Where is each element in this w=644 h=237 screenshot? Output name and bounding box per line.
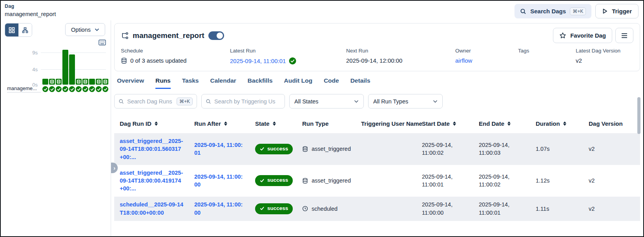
duration-value: 1.12s <box>536 177 549 184</box>
ytick-4s: 4s <box>5 67 38 72</box>
state-filter-select[interactable]: All States <box>289 94 364 109</box>
search-dag-runs-input[interactable] <box>127 98 173 105</box>
asset-icon <box>77 78 81 85</box>
grid-view-button[interactable] <box>5 24 18 36</box>
vertical-scrollbar[interactable] <box>637 97 640 134</box>
run-after-link[interactable]: 2025-09-14, 11:00:01 <box>194 142 243 156</box>
run-success-check-icon[interactable] <box>69 86 75 92</box>
tab-calendar[interactable]: Calendar <box>210 77 236 89</box>
asset-icon <box>103 78 108 85</box>
duration-bar[interactable] <box>89 79 95 85</box>
table-row: asset_triggered__2025-09-14T18:00:01.560… <box>114 133 640 165</box>
duration-bar[interactable] <box>96 79 102 85</box>
favorite-dag-button[interactable]: Favorite Dag <box>553 28 612 43</box>
sort-icon[interactable] <box>563 121 566 126</box>
options-dropdown[interactable]: Options <box>65 23 105 36</box>
col-duration[interactable]: Duration <box>530 115 583 133</box>
tab-tasks[interactable]: Tasks <box>182 77 199 89</box>
top-bar: Dag management_report Search Dags ⌘+K Tr… <box>1 1 643 20</box>
duration-bar[interactable] <box>102 79 108 85</box>
duration-bar[interactable] <box>69 54 75 85</box>
run-success-check-icon[interactable] <box>56 86 62 92</box>
latest-run-link[interactable]: 2025-09-14, 11:00:01 <box>230 58 286 64</box>
dag-icon <box>121 32 129 40</box>
dag-version-value: v2 <box>589 206 595 212</box>
duration-bar[interactable] <box>42 79 48 85</box>
col-start-date[interactable]: Start Date <box>416 115 473 133</box>
grid-icon <box>9 27 15 33</box>
sort-icon[interactable] <box>273 121 276 126</box>
dag-menu-button[interactable] <box>615 28 633 43</box>
sort-icon[interactable] <box>155 121 158 126</box>
col-run-type: Run Type <box>297 115 356 133</box>
run-success-check-icon[interactable] <box>102 86 108 92</box>
tab-backfills[interactable]: Backfills <box>248 77 273 89</box>
search-dags-button[interactable]: Search Dags ⌘+K <box>514 4 591 18</box>
duration-bar[interactable] <box>82 79 88 85</box>
field-tags: Tags <box>518 48 576 65</box>
owner-link[interactable]: airflow <box>455 57 472 64</box>
run-success-check-icon[interactable] <box>96 86 102 92</box>
table-row: asset_triggered__2025-09-14T18:00:00.419… <box>114 165 640 197</box>
run-type-value: asset_triggered <box>312 177 351 185</box>
run-success-check-icon[interactable] <box>76 86 82 92</box>
run-type-value: asset_triggered <box>312 145 351 153</box>
tab-runs[interactable]: Runs <box>155 77 171 89</box>
status-badge: success <box>255 144 293 155</box>
search-dag-runs-field[interactable]: ⌘+K <box>114 94 197 109</box>
run-success-check-icon[interactable] <box>62 86 68 92</box>
run-success-check-icon[interactable] <box>49 86 55 92</box>
dag-run-id-link[interactable]: asset_triggered__2025-09-14T18:00:01.560… <box>120 138 183 160</box>
dag-version-value: v2 <box>589 177 595 184</box>
success-check-icon <box>289 57 296 65</box>
duration-bar[interactable] <box>49 79 55 85</box>
run-duration-chart: 9s 4s 0s manageme... <box>5 46 111 99</box>
tab-audit-log[interactable]: Audit Log <box>284 77 312 89</box>
col-triggering-user: Triggering User Name <box>356 115 416 133</box>
search-triggering-user-field[interactable] <box>201 94 285 109</box>
duration-value: 1.11s <box>536 206 549 212</box>
run-success-check-icon[interactable] <box>42 86 48 92</box>
schedule-label: Schedule <box>121 48 226 54</box>
dag-runs-table: Dag Run ID Run After State Run Type Trig… <box>114 115 640 221</box>
breadcrumb-dag-name[interactable]: management_report <box>5 11 56 17</box>
run-type-filter-select[interactable]: All Run Types <box>368 94 443 109</box>
duration-bar[interactable] <box>76 79 82 85</box>
col-run-after[interactable]: Run After <box>189 115 250 133</box>
run-after-link[interactable]: 2025-09-14, 11:00:00 <box>194 174 243 188</box>
asset-icon <box>302 146 308 152</box>
ytick-9s: 9s <box>5 50 38 56</box>
duration-bar[interactable] <box>62 50 68 85</box>
dag-run-id-link[interactable]: scheduled__2025-09-14T18:00:00+00:00 <box>120 201 183 215</box>
next-run-label: Next Run <box>346 48 451 54</box>
run-success-check-icon[interactable] <box>82 86 88 92</box>
latest-dag-version-value: v2 <box>576 57 582 64</box>
trigger-button[interactable]: Trigger <box>595 4 639 18</box>
col-end-date[interactable]: End Date <box>473 115 530 133</box>
search-shortcut-badge: ⌘+K <box>570 7 586 15</box>
tab-overview[interactable]: Overview <box>117 77 144 89</box>
field-latest-run: Latest Run 2025-09-14, 11:00:01 <box>230 48 346 65</box>
col-dag-run-id[interactable]: Dag Run ID <box>114 115 189 133</box>
breadcrumb-section: Dag <box>5 4 56 9</box>
search-runs-shortcut-badge: ⌘+K <box>177 98 193 105</box>
dag-run-id-link[interactable]: asset_triggered__2025-09-14T18:00:00.419… <box>120 170 183 192</box>
breadcrumb: Dag management_report <box>5 4 56 17</box>
col-state[interactable]: State <box>250 115 297 133</box>
dag-version-value: v2 <box>589 146 595 152</box>
sort-icon[interactable] <box>453 121 456 126</box>
duration-bar[interactable] <box>56 79 62 85</box>
app-window: Dag management_report Search Dags ⌘+K Tr… <box>0 0 644 237</box>
tab-code[interactable]: Code <box>324 77 339 89</box>
run-after-link[interactable]: 2025-09-14, 11:00:00 <box>194 201 243 215</box>
keyboard-shortcuts-icon[interactable] <box>99 40 106 45</box>
start-date-value: 2025-09-14, 11:00:02 <box>422 142 452 156</box>
dag-pause-toggle[interactable] <box>208 31 224 40</box>
sort-icon[interactable] <box>224 121 227 126</box>
asset-icon <box>50 78 54 85</box>
tab-details[interactable]: Details <box>350 77 370 89</box>
search-triggering-user-input[interactable] <box>214 98 281 105</box>
sort-icon[interactable] <box>507 121 511 126</box>
run-success-check-icon[interactable] <box>89 86 95 92</box>
graph-view-button[interactable] <box>18 24 32 36</box>
